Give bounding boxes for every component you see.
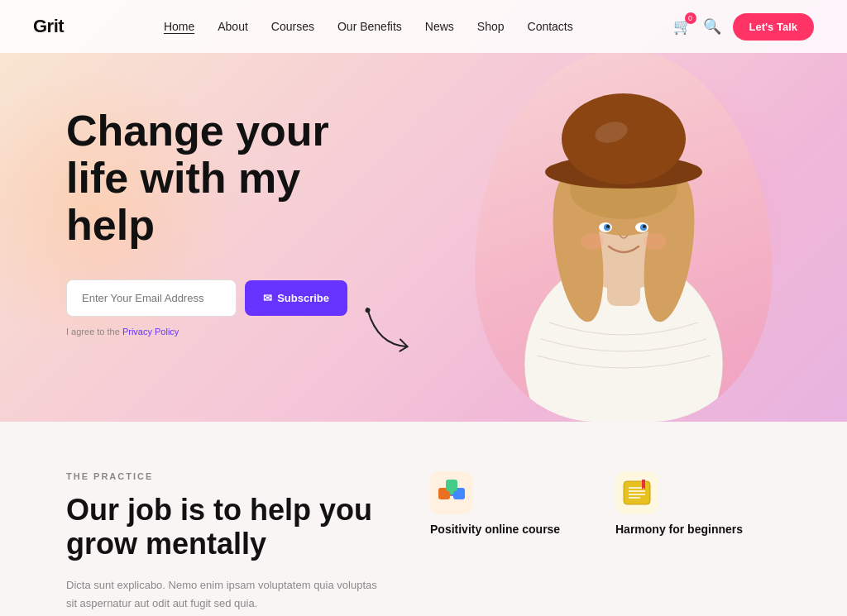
cart-icon[interactable]: 🛒 0 (673, 17, 691, 36)
nav-right: 🛒 0 🔍 Let's Talk (673, 13, 814, 41)
hero-section: Change your life with my help ✉ Subscrib… (0, 0, 847, 422)
cart-badge: 0 (685, 12, 696, 24)
email-input[interactable] (66, 279, 237, 317)
navbar: Grit Home About Courses Our Benefits New… (0, 0, 847, 53)
nav-item-contacts[interactable]: Contacts (528, 19, 573, 34)
hero-form: ✉ Subscribe (66, 279, 347, 317)
svg-point-16 (606, 225, 610, 228)
course-icon-positivity (430, 471, 473, 514)
hero-privacy-text: I agree to the Privacy Policy (66, 327, 347, 337)
course-icon-harmony (615, 471, 658, 514)
hero-title: Change your life with my help (66, 107, 347, 250)
nav-item-news[interactable]: News (425, 19, 454, 34)
hero-arrow-decoration (352, 301, 426, 367)
practice-title: Our job is to help you grow mentally (66, 493, 380, 561)
course-name-positivity: Positivity online course (430, 523, 560, 536)
practice-label: THE PRACTICE (66, 471, 380, 481)
nav-item-shop[interactable]: Shop (477, 19, 505, 34)
svg-rect-22 (446, 480, 457, 491)
logo: Grit (33, 16, 64, 37)
course-card-harmony: Harmony for beginners (615, 471, 781, 536)
nav-links: Home About Courses Our Benefits News Sho… (164, 19, 573, 34)
svg-point-10 (562, 93, 686, 184)
person-shape (475, 50, 773, 422)
lets-talk-button[interactable]: Let's Talk (733, 13, 814, 41)
nav-item-courses[interactable]: Courses (271, 19, 314, 34)
svg-point-19 (644, 233, 667, 250)
svg-point-18 (581, 233, 604, 250)
nav-item-home[interactable]: Home (164, 19, 194, 34)
privacy-policy-link[interactable]: Privacy Policy (122, 327, 179, 337)
svg-point-0 (365, 308, 371, 313)
nav-item-benefits[interactable]: Our Benefits (337, 19, 402, 34)
practice-description: Dicta sunt explicabo. Nemo enim ipsam vo… (66, 576, 380, 613)
courses-grid: Positivity online course Harmony for be (430, 471, 781, 536)
send-icon: ✉ (263, 292, 272, 304)
course-card-positivity: Positivity online course (430, 471, 596, 536)
subscribe-button[interactable]: ✉ Subscribe (245, 280, 347, 316)
subscribe-label: Subscribe (277, 292, 329, 304)
nav-item-about[interactable]: About (218, 19, 248, 34)
search-icon[interactable]: 🔍 (703, 17, 721, 36)
practice-left: THE PRACTICE Our job is to help you grow… (66, 471, 380, 613)
svg-point-17 (643, 225, 646, 228)
practice-section: THE PRACTICE Our job is to help you grow… (0, 422, 847, 616)
course-name-harmony: Harmony for beginners (615, 523, 743, 536)
svg-rect-23 (624, 481, 650, 504)
hero-person-image (450, 25, 797, 422)
